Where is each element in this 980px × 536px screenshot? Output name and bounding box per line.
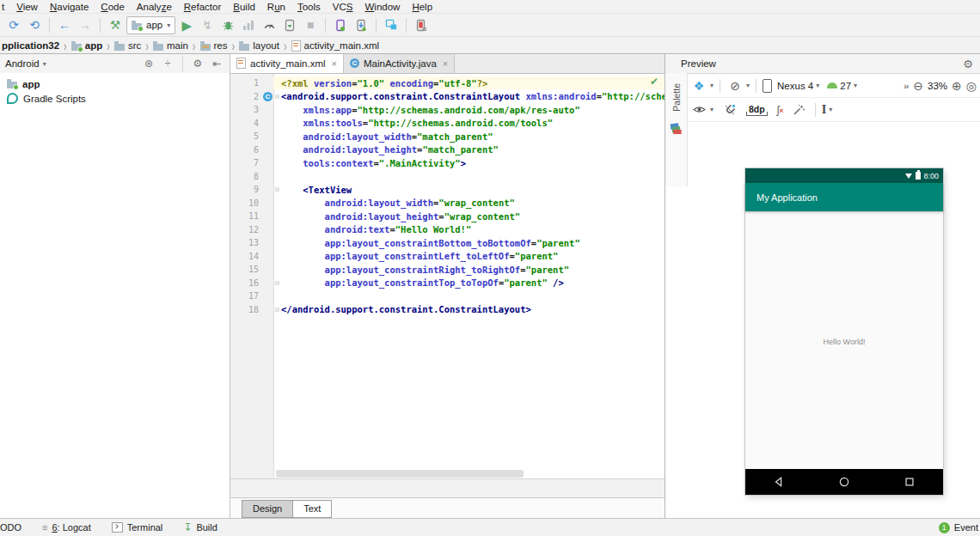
variants-layers-icon[interactable]: ❖ <box>690 77 707 94</box>
view-options-eye-icon[interactable] <box>690 101 707 119</box>
breadcrumb-item[interactable]: activity_main.xml <box>290 40 382 52</box>
tab-activity-main-xml[interactable]: activity_main.xml × <box>230 54 344 73</box>
tab-mainactivity-java[interactable]: C MainActivity.java × <box>344 54 455 73</box>
toolbar-separator <box>100 18 101 33</box>
menu-item[interactable]: Run <box>261 2 291 12</box>
menu-item[interactable]: Code <box>95 2 131 12</box>
palette-tool-tab[interactable]: Palette <box>665 73 688 186</box>
code-text: android:text="Hello World!" <box>281 224 471 234</box>
gear-icon[interactable]: ⚙ <box>190 58 205 70</box>
menu-item[interactable]: View <box>10 2 44 12</box>
status-bar-item-label: Build <box>196 522 217 533</box>
device-file-explorer-icon[interactable] <box>412 16 431 34</box>
tree-item-gradle-scripts[interactable]: Gradle Scripts <box>0 91 230 106</box>
line-number: 4 <box>230 119 262 128</box>
hello-world-textview[interactable]: Hello World! <box>745 338 943 346</box>
tab-text[interactable]: Text <box>292 500 332 518</box>
zoom-out-icon[interactable]: ⊖ <box>913 79 923 93</box>
fold-marker[interactable]: ⊟ <box>273 93 281 100</box>
line-number: 2 <box>230 92 262 101</box>
event-log[interactable]: 1 Event <box>939 522 980 533</box>
profiler-gauge-icon[interactable] <box>260 16 279 34</box>
fold-marker[interactable]: ⊟ <box>273 186 281 193</box>
status-bar-item[interactable]: Terminal <box>112 522 163 533</box>
code-text: <android.support.constraint.ConstraintLa… <box>281 91 665 101</box>
overflow-chevrons-icon[interactable]: » <box>903 81 909 91</box>
breadcrumb-label: src <box>128 40 141 51</box>
back-icon[interactable]: ← <box>55 16 74 34</box>
sdk-manager-icon[interactable] <box>352 16 371 34</box>
preview-title: Preview <box>681 58 716 69</box>
close-icon[interactable]: × <box>443 58 448 69</box>
gradle-sync-icon[interactable]: ⟳ <box>4 16 23 34</box>
gradle-icon <box>7 93 18 104</box>
fold-marker[interactable]: ⊟ <box>273 306 281 314</box>
debug-button[interactable] <box>218 16 237 34</box>
make-project-icon[interactable]: ⚒ <box>106 16 125 34</box>
inspection-ok-icon[interactable]: ✔ <box>650 76 658 88</box>
device-clock: 8:00 <box>923 172 939 180</box>
menu-item[interactable]: Tools <box>291 2 327 12</box>
status-bar-item[interactable]: ODO <box>0 522 21 533</box>
layout-inspector-icon[interactable] <box>382 16 401 34</box>
fold-marker[interactable]: ⊟ <box>273 279 281 287</box>
breadcrumb-item[interactable]: main <box>151 40 190 51</box>
code-line: 4 xmlns:tools="http://schemas.android.co… <box>230 116 665 130</box>
breadcrumb-item[interactable]: layout <box>237 40 281 51</box>
menu-item[interactable]: Navigate <box>44 2 95 12</box>
menu-item[interactable]: VCS <box>327 2 359 12</box>
breadcrumb-item[interactable]: pplication32 <box>0 40 61 51</box>
code-editor[interactable]: 1<?xml version="1.0" encoding="utf-8"?>2… <box>230 74 665 478</box>
editor-panel: activity_main.xml × C MainActivity.java … <box>230 54 665 519</box>
run-button[interactable]: ▶ <box>177 16 196 34</box>
infer-constraints-wand-icon[interactable] <box>790 101 807 119</box>
default-margins-button[interactable]: 8dp <box>746 104 768 116</box>
hide-panel-icon[interactable]: ⇤ <box>209 58 224 70</box>
chevron-down-icon: ▾ <box>746 82 750 89</box>
text-size-icon[interactable]: I <box>822 104 827 116</box>
tree-item-app[interactable]: app <box>0 76 230 91</box>
menu-item[interactable]: Build <box>227 2 261 12</box>
zoom-in-icon[interactable]: ⊕ <box>952 79 962 93</box>
app-module-icon <box>7 82 17 88</box>
run-on-device-icon[interactable] <box>280 16 299 34</box>
close-icon[interactable]: × <box>332 58 337 69</box>
locate-file-icon[interactable]: ⊛ <box>141 58 156 70</box>
status-bar-item[interactable]: ≡6: Logcat <box>42 522 91 533</box>
menu-item[interactable]: Help <box>406 2 438 12</box>
preview-toolbar-row1: ❖ ▾ ⊘ ▾ Nexus 4 ▾ 27 ▾ » ⊖ 33% ⊕ ◎ <box>687 74 980 98</box>
status-bar-item[interactable]: ↧Build <box>183 521 217 533</box>
line-number: 15 <box>230 265 262 274</box>
api-level-selector[interactable]: 27 <box>840 81 851 91</box>
tab-design[interactable]: Design <box>242 500 293 518</box>
refresh-icon[interactable]: ⟲ <box>25 16 44 34</box>
menu-item[interactable]: Analyze <box>131 2 178 12</box>
gear-icon[interactable]: ⚙ <box>963 58 973 70</box>
preview-panel: Preview ⚙ ❖ ▾ ⊘ ▾ Nexus 4 ▾ 27 ▾ » ⊖ <box>665 54 980 519</box>
chevron-down-icon: ▾ <box>43 60 46 68</box>
breadcrumb-item[interactable]: src <box>113 40 143 51</box>
code-line: 17 <box>230 289 665 303</box>
profile-icon <box>239 16 258 34</box>
breadcrumb-label: activity_main.xml <box>304 40 380 51</box>
zoom-fit-icon[interactable]: ◎ <box>966 79 977 93</box>
chevron-down-icon: ▾ <box>167 21 170 29</box>
clear-constraints-icon[interactable]: ʃ× <box>777 104 784 116</box>
tree-item-label: Gradle Scripts <box>23 94 86 104</box>
code-line: 3 xmlns:app="http://schemas.android.com/… <box>230 103 665 117</box>
palette-tab-label[interactable]: Palette <box>671 83 682 112</box>
expand-collapse-icon[interactable]: ÷ <box>160 58 175 70</box>
avd-manager-icon[interactable] <box>331 16 350 34</box>
menu-item[interactable]: t <box>1 2 10 12</box>
breadcrumb-item[interactable]: app <box>70 40 104 51</box>
run-configuration-select[interactable]: app ▾ <box>126 16 175 34</box>
horizontal-scrollbar[interactable] <box>276 470 524 478</box>
project-view-selector[interactable]: Android <box>5 58 40 69</box>
orientation-icon[interactable]: ⊘ <box>726 77 744 94</box>
menu-item[interactable]: Window <box>358 2 406 12</box>
menu-item[interactable]: Refactor <box>178 2 227 12</box>
breadcrumb-item[interactable]: res <box>199 40 230 51</box>
autoconnect-magnet-icon[interactable] <box>721 101 738 119</box>
device-selector[interactable]: Nexus 4 <box>777 81 813 91</box>
class-gutter-icon[interactable]: C <box>263 92 273 101</box>
